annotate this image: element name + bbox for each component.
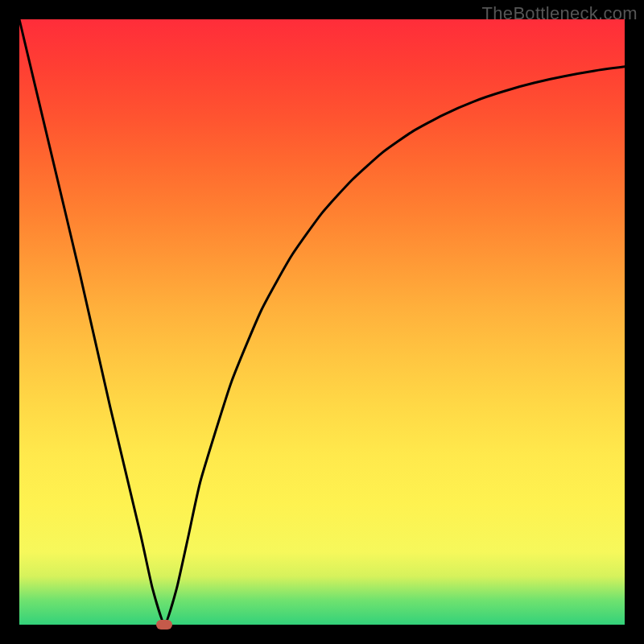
- curve-path: [19, 19, 625, 625]
- plot-area: [19, 19, 625, 625]
- chart-frame: TheBottleneck.com: [0, 0, 644, 644]
- watermark-text: TheBottleneck.com: [482, 3, 638, 24]
- bottleneck-curve: [19, 19, 625, 625]
- min-marker: [156, 620, 172, 630]
